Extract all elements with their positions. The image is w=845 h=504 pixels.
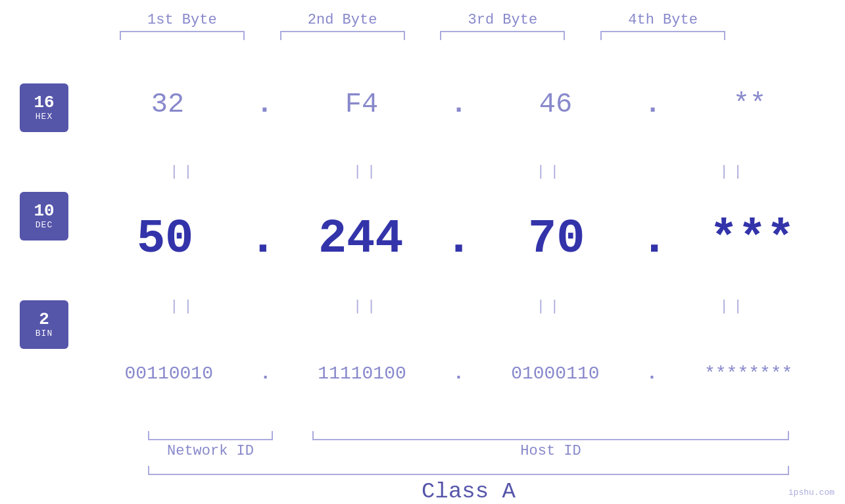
- hex-dot-2: .: [450, 89, 467, 120]
- dec-byte-2: 244: [299, 212, 423, 266]
- bracket-top-2: [280, 31, 405, 40]
- network-id-bracket-wrap: Network ID: [148, 431, 273, 459]
- class-label: Class A: [422, 479, 516, 504]
- top-brackets: [0, 31, 845, 40]
- host-id-label: Host ID: [520, 443, 581, 459]
- sep-1-3: ||: [478, 164, 623, 180]
- hex-row: 32 . F4 . 46 . **: [92, 47, 825, 162]
- hex-byte-2: F4: [299, 89, 424, 120]
- dec-row: 50 . 244 . 70 . ***: [92, 181, 825, 296]
- hex-dot-1: .: [256, 89, 273, 120]
- byte-headers: 1st Byte 2nd Byte 3rd Byte 4th Byte: [0, 12, 845, 28]
- sep-2-4: ||: [662, 298, 806, 315]
- byte-header-3: 3rd Byte: [430, 12, 575, 28]
- bin-dot-2: .: [453, 363, 464, 384]
- sep-2-1: ||: [111, 298, 256, 315]
- bin-row: 00110010 . 11110100 . 01000110 .: [92, 316, 825, 431]
- sep-1-1: ||: [111, 164, 256, 180]
- hex-dot-3: .: [644, 89, 661, 120]
- bin-badge: 2 BIN: [20, 300, 68, 349]
- bin-dot-3: .: [646, 363, 658, 384]
- bracket-top-3: [440, 31, 565, 40]
- dec-dot-1: .: [249, 212, 277, 266]
- sep-1-2: ||: [295, 164, 439, 180]
- main-grid: 16 HEX 10 DEC 2 BIN 32 .: [0, 47, 845, 431]
- bin-byte-3: 01000110: [493, 363, 617, 384]
- values-area: 32 . F4 . 46 . **: [92, 47, 845, 431]
- class-bracket-bottom: [148, 466, 789, 475]
- hex-byte-3: 46: [493, 89, 618, 120]
- bin-byte-4: ********: [686, 363, 811, 384]
- host-id-bracket-wrap: Host ID: [312, 431, 789, 459]
- hex-badge: 16 HEX: [20, 83, 68, 132]
- dec-dot-3: .: [640, 212, 668, 266]
- bracket-top-1: [120, 31, 245, 40]
- dec-byte-4: ***: [690, 212, 815, 266]
- sep-row-1: || || || ||: [92, 162, 825, 181]
- bin-dot-1: .: [260, 363, 271, 384]
- byte-header-1: 1st Byte: [110, 12, 254, 28]
- hex-byte-1: 32: [105, 89, 230, 120]
- network-id-label: Network ID: [167, 443, 254, 459]
- main-container: 1st Byte 2nd Byte 3rd Byte 4th Byte 16 H…: [0, 0, 845, 504]
- bottom-brackets-row: Network ID Host ID: [148, 431, 789, 459]
- sep-1-4: ||: [662, 164, 806, 180]
- host-bracket-bottom: [312, 431, 789, 440]
- dec-badge: 10 DEC: [20, 192, 68, 241]
- bracket-top-4: [600, 31, 725, 40]
- byte-header-2: 2nd Byte: [270, 12, 415, 28]
- hex-byte-4: **: [687, 89, 812, 120]
- dec-byte-3: 70: [494, 212, 619, 266]
- dec-byte-1: 50: [103, 212, 228, 266]
- base-labels: 16 HEX 10 DEC 2 BIN: [0, 47, 92, 431]
- watermark: ipshu.com: [788, 488, 834, 497]
- bottom-section: Network ID Host ID Class A: [46, 431, 845, 504]
- sep-2-2: ||: [295, 298, 439, 315]
- dec-dot-2: .: [445, 212, 473, 266]
- sep-row-2: || || || ||: [92, 296, 825, 316]
- sep-2-3: ||: [478, 298, 623, 315]
- bin-byte-2: 11110100: [300, 363, 425, 384]
- byte-header-4: 4th Byte: [591, 12, 735, 28]
- network-bracket-bottom: [148, 431, 273, 440]
- class-section: Class A: [148, 466, 789, 504]
- bin-byte-1: 00110010: [107, 363, 231, 384]
- class-label-row: Class A: [148, 479, 789, 504]
